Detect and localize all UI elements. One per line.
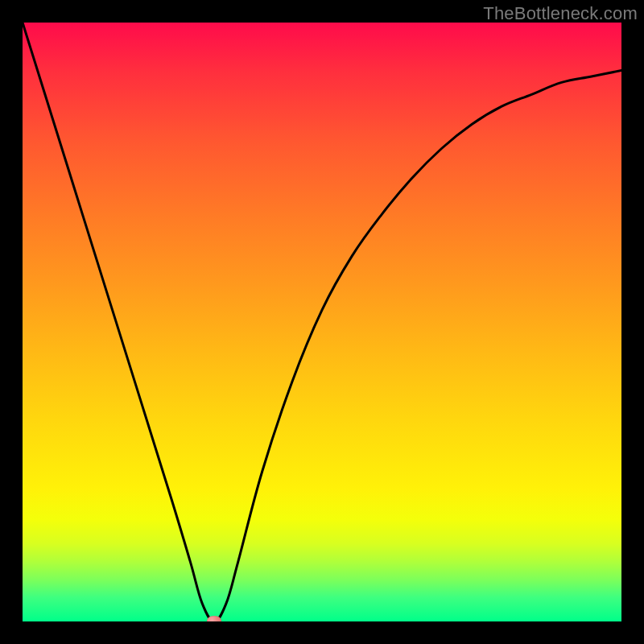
chart-frame: TheBottleneck.com: [0, 0, 644, 644]
optimum-marker: [207, 616, 221, 621]
plot-area: [23, 23, 621, 621]
bottleneck-curve: [23, 23, 621, 621]
watermark-text: TheBottleneck.com: [483, 3, 638, 24]
curve-layer: [23, 23, 621, 621]
